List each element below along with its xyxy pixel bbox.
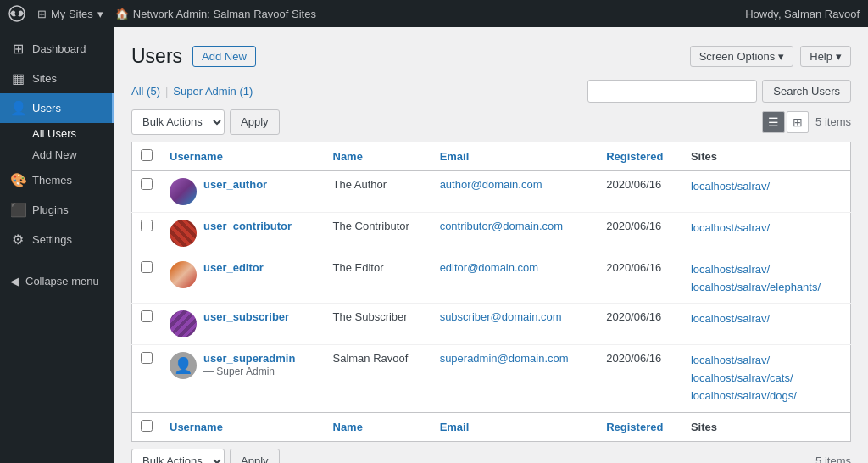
site-link[interactable]: localhost/salrav/cats/ (691, 370, 842, 388)
filter-all-link[interactable]: All (5) (131, 85, 160, 98)
my-sites-btn[interactable]: ⊞ My Sites ▾ (37, 8, 103, 20)
apply-footer-button[interactable]: Apply (230, 449, 280, 463)
settings-icon: ⚙ (10, 232, 25, 248)
email-link[interactable]: subscriber@domain.com (440, 310, 562, 323)
row-checkbox[interactable] (141, 310, 153, 322)
registered-cell: 2020/06/16 (598, 212, 682, 254)
email-link[interactable]: superadmin@domain.com (440, 352, 569, 365)
svg-point-1 (15, 12, 19, 16)
select-all-checkbox[interactable] (141, 149, 153, 161)
themes-icon: 🎨 (10, 172, 25, 188)
select-all-footer-checkbox[interactable] (141, 420, 153, 432)
registered-sort-footer-link[interactable]: Registered (606, 421, 663, 433)
sidebar-item-themes[interactable]: 🎨 Themes (0, 165, 114, 195)
sidebar-sub-all-users[interactable]: All Users (0, 123, 114, 144)
sidebar: ⊞ Dashboard ▦ Sites 👤 Users All Users Ad… (0, 27, 114, 463)
dashboard-icon: ⊞ (10, 41, 25, 57)
row-checkbox-cell (132, 254, 162, 304)
email-link[interactable]: author@domain.com (440, 178, 542, 191)
site-link[interactable]: localhost/salrav/ (691, 220, 842, 237)
email-link[interactable]: contributor@domain.com (440, 220, 563, 232)
username-sort-footer-link[interactable]: Username (170, 421, 223, 433)
site-link[interactable]: localhost/salrav/ (691, 310, 842, 328)
name-cell: The Editor (325, 254, 431, 304)
sidebar-item-sites[interactable]: ▦ Sites (0, 64, 114, 93)
col-name[interactable]: Name (325, 142, 431, 170)
row-checkbox-cell (132, 170, 162, 212)
sites-icon: ▦ (10, 70, 25, 86)
col-email-footer[interactable]: Email (431, 412, 598, 441)
col-registered[interactable]: Registered (598, 142, 682, 170)
list-view-button[interactable]: ☰ (762, 111, 785, 133)
network-admin-btn[interactable]: 🏠 Network Admin: Salman Ravoof Sites (115, 8, 316, 20)
username-link[interactable]: user_contributor (203, 220, 292, 232)
chevron-down-icon: ▾ (836, 50, 842, 63)
filter-super-admin-link[interactable]: Super Admin (1) (173, 85, 253, 98)
username-link[interactable]: user_subscriber (203, 310, 289, 323)
sidebar-item-dashboard[interactable]: ⊞ Dashboard (0, 34, 114, 64)
row-checkbox[interactable] (141, 220, 153, 232)
col-registered-footer[interactable]: Registered (598, 412, 682, 441)
table-row: 👤user_superadmin— Super AdminSalman Ravo… (132, 345, 851, 412)
name-sort-footer-link[interactable]: Name (333, 421, 363, 433)
username-link[interactable]: user_superadmin (203, 352, 295, 365)
sites-cell: localhost/salrav/ (682, 170, 851, 212)
row-checkbox[interactable] (141, 178, 153, 190)
name-cell: Salman Ravoof (325, 345, 431, 412)
row-checkbox-cell (132, 345, 162, 412)
sidebar-item-settings[interactable]: ⚙ Settings (0, 225, 114, 254)
username-link[interactable]: user_editor (203, 261, 264, 274)
username-link[interactable]: user_author (203, 178, 267, 191)
bulk-actions-select[interactable]: Bulk Actions (131, 109, 225, 135)
site-link[interactable]: localhost/salrav/ (691, 261, 842, 279)
name-cell: The Subscriber (325, 304, 431, 345)
email-link[interactable]: editor@domain.com (440, 261, 539, 274)
users-table: Username Name Email Registered Sites us (131, 142, 851, 442)
email-sort-footer-link[interactable]: Email (440, 421, 470, 433)
table-row: user_subscriberThe Subscribersubscriber@… (132, 304, 851, 345)
bulk-actions-footer-select[interactable]: Bulk Actions (131, 449, 225, 463)
table-row: user_editorThe Editoreditor@domain.com20… (132, 254, 851, 304)
username-cell: user_contributor (161, 212, 325, 254)
site-link[interactable]: localhost/salrav/elephants/ (691, 279, 842, 297)
search-users-button[interactable]: Search Users (762, 80, 851, 103)
row-checkbox[interactable] (141, 261, 153, 273)
sidebar-sub-add-new[interactable]: Add New (0, 144, 114, 165)
users-icon: 👤 (10, 100, 25, 116)
screen-options-button[interactable]: Screen Options ▾ (690, 46, 794, 67)
avatar (170, 261, 197, 288)
items-count: 5 items (815, 115, 851, 128)
col-username-footer[interactable]: Username (161, 412, 325, 441)
sidebar-item-label: Dashboard (32, 42, 86, 55)
registered-sort-link[interactable]: Registered (606, 150, 663, 163)
col-email[interactable]: Email (431, 142, 598, 170)
email-sort-link[interactable]: Email (440, 150, 470, 163)
apply-button[interactable]: Apply (230, 109, 280, 135)
row-checkbox[interactable] (141, 352, 153, 364)
add-new-button[interactable]: Add New (192, 46, 256, 67)
site-link[interactable]: localhost/salrav/ (691, 352, 842, 370)
site-link[interactable]: localhost/salrav/dogs/ (691, 388, 842, 405)
name-sort-link[interactable]: Name (333, 150, 363, 163)
select-all-footer (132, 412, 162, 441)
col-name-footer[interactable]: Name (325, 412, 431, 441)
sidebar-item-plugins[interactable]: ⬛ Plugins (0, 195, 114, 225)
username-sort-link[interactable]: Username (170, 150, 223, 163)
sidebar-item-label: Themes (32, 174, 72, 187)
email-cell: subscriber@domain.com (431, 304, 598, 345)
email-cell: superadmin@domain.com (431, 345, 598, 412)
search-input[interactable] (587, 80, 757, 103)
username-cell: 👤user_superadmin— Super Admin (161, 345, 325, 412)
email-cell: author@domain.com (431, 170, 598, 212)
collapse-menu-btn[interactable]: ◀ Collapse menu (0, 268, 114, 294)
registered-cell: 2020/06/16 (598, 170, 682, 212)
grid-view-button[interactable]: ⊞ (787, 111, 809, 133)
registered-cell: 2020/06/16 (598, 254, 682, 304)
help-button[interactable]: Help ▾ (800, 46, 851, 67)
wp-logo-btn[interactable] (8, 5, 25, 22)
username-cell: user_editor (161, 254, 325, 304)
list-view-icon: ☰ (768, 115, 779, 129)
site-link[interactable]: localhost/salrav/ (691, 178, 842, 196)
col-username[interactable]: Username (161, 142, 325, 170)
sidebar-item-users[interactable]: 👤 Users (0, 93, 114, 123)
